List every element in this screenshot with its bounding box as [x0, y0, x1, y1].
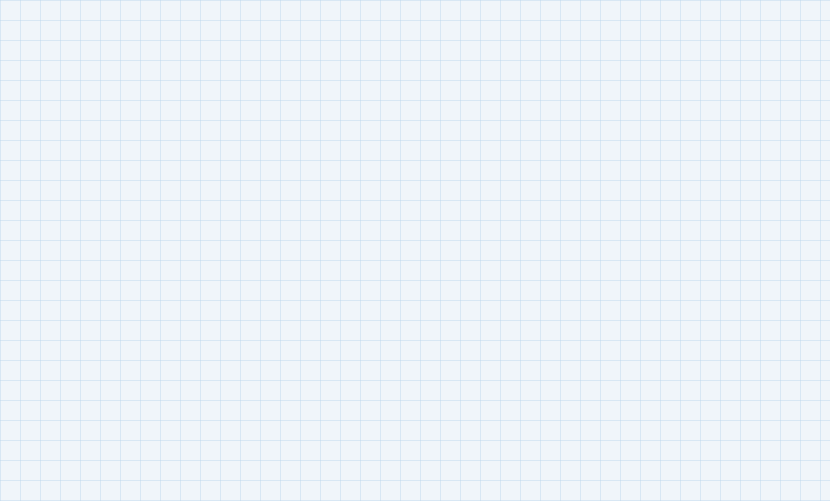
org-chart: [0, 0, 830, 501]
